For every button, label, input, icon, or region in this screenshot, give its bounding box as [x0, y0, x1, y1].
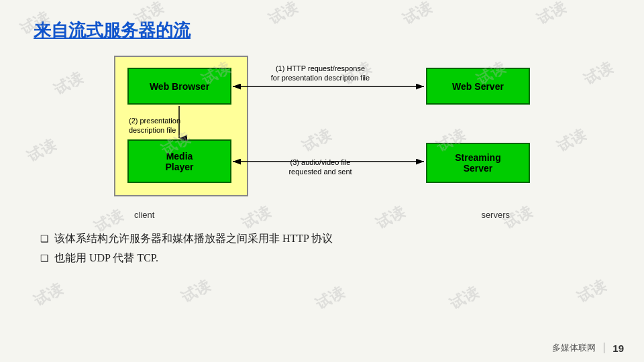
streaming-server-label: Streaming Server [455, 152, 500, 174]
footer: 多媒体联网 19 [552, 342, 624, 354]
bullets-section: ❑ 该体系结构允许服务器和媒体播放器之间采用非 HTTP 协议 ❑ 也能用 UD… [34, 232, 610, 265]
watermark: 试读 [312, 282, 347, 314]
arrow1-label: (1) HTTP request/response for presentati… [258, 64, 382, 83]
page-content: 试读 试读 试读 试读 试读 试读 试读 试读 试读 试读 试读 试读 试读 试… [0, 0, 644, 362]
watermark: 试读 [30, 279, 66, 311]
web-server-box: Web Server [426, 68, 530, 105]
streaming-server-box: Streaming Server [426, 143, 530, 183]
arrow2-label: (2) presentation description file [129, 116, 180, 135]
footer-page: 19 [612, 343, 624, 354]
footer-course: 多媒体联网 [552, 342, 596, 354]
web-browser-label: Web Browser [150, 81, 209, 92]
web-browser-box: Web Browser [127, 68, 231, 105]
watermark: 试读 [446, 282, 482, 314]
bullet-item-2: ❑ 也能用 UDP 代替 TCP. [40, 251, 610, 265]
bullet-text-1: 该体系结构允许服务器和媒体播放器之间采用非 HTTP 协议 [54, 232, 333, 246]
watermark: 试读 [178, 276, 213, 308]
media-player-box: Media Player [127, 139, 231, 183]
footer-divider [604, 343, 604, 353]
bullet-text-2: 也能用 UDP 代替 TCP. [54, 251, 158, 265]
client-label: client [134, 210, 154, 220]
diagram: Web Browser (2) presentation description… [114, 56, 530, 210]
page-title: 来自流式服务器的流 [34, 19, 610, 42]
diagram-area: Web Browser (2) presentation description… [34, 56, 610, 220]
servers-label: servers [481, 210, 510, 220]
web-server-label: Web Server [452, 81, 504, 92]
diagram-labels: client servers [114, 210, 530, 220]
bullet-icon-2: ❑ [40, 253, 49, 264]
arrow3-label: (3) audio/video file requested and sent [258, 158, 382, 177]
bullet-icon-1: ❑ [40, 233, 49, 245]
media-player-label: Media Player [165, 151, 193, 172]
watermark: 试读 [574, 276, 609, 308]
bullet-item-1: ❑ 该体系结构允许服务器和媒体播放器之间采用非 HTTP 协议 [40, 232, 610, 246]
